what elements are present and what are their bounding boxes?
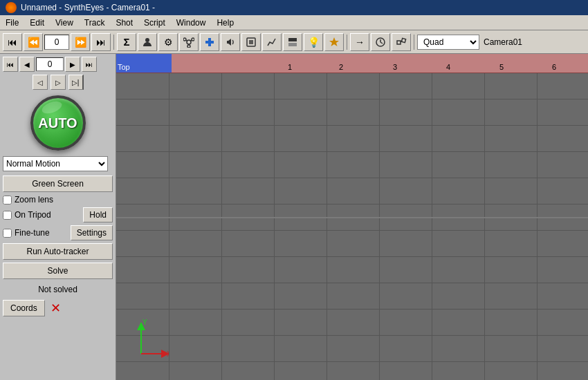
- h-line-11: [116, 361, 588, 362]
- menu-file[interactable]: File: [0, 17, 24, 29]
- go-start-btn[interactable]: ⏮: [3, 57, 18, 72]
- h-line-9: [116, 309, 588, 310]
- auto-btn-container: AUTO: [3, 95, 113, 151]
- play-btn[interactable]: ▷: [50, 75, 66, 90]
- svg-point-3: [192, 38, 194, 41]
- bottom-row: Coords ✕: [3, 300, 113, 316]
- frame-number-input[interactable]: 0: [44, 35, 69, 50]
- timeline-top-label: Top: [118, 63, 130, 71]
- star-btn[interactable]: [324, 33, 344, 51]
- menu-window[interactable]: Window: [171, 17, 212, 29]
- tick-1: 1: [288, 63, 292, 71]
- prev-frame-btn[interactable]: ◀: [19, 57, 35, 72]
- add-btn[interactable]: [200, 33, 219, 51]
- tick-2: 2: [339, 63, 343, 71]
- h-line-7: [116, 256, 588, 257]
- svg-text:X: X: [167, 350, 169, 358]
- arrow-btn[interactable]: →: [350, 33, 369, 51]
- menu-edit[interactable]: Edit: [24, 17, 50, 29]
- delete-icon[interactable]: ✕: [50, 301, 61, 316]
- zoom-lens-checkbox[interactable]: [3, 196, 12, 205]
- menu-help[interactable]: Help: [211, 17, 239, 29]
- frame-nav: ⏮ ◀ ▶ ⏭: [3, 57, 113, 72]
- svg-rect-15: [288, 43, 297, 46]
- menu-view[interactable]: View: [50, 17, 79, 29]
- v-line-7: [484, 73, 485, 380]
- camera-label: Camera01: [481, 37, 525, 47]
- auto-button[interactable]: AUTO: [30, 95, 86, 151]
- svg-line-18: [380, 42, 383, 44]
- menu-bar: File Edit View Track Shot Script Window …: [0, 15, 588, 30]
- nav-prev-btn[interactable]: ⏪: [24, 33, 43, 51]
- zoom-lens-row: Zoom lens: [3, 195, 113, 205]
- title-text: Unnamed - SynthEyes - Camera01 -: [21, 3, 155, 12]
- h-line-10: [116, 335, 588, 336]
- gear-btn[interactable]: ⚙: [158, 33, 178, 51]
- transform-btn[interactable]: [392, 33, 411, 51]
- speaker-btn[interactable]: [221, 33, 240, 51]
- view-mode-select[interactable]: Quad Single Dual H Dual V: [417, 35, 479, 50]
- graph-btn[interactable]: [262, 33, 282, 51]
- on-tripod-label: On Tripod: [15, 210, 51, 220]
- sub-nav: ◁ ▷ ▷|: [3, 75, 113, 90]
- sep1: [113, 35, 114, 50]
- v-line-1: [169, 73, 169, 380]
- network-btn[interactable]: [179, 33, 199, 51]
- fine-tune-checkbox[interactable]: [3, 229, 12, 238]
- tick-6: 6: [552, 63, 556, 71]
- hold-btn[interactable]: Hold: [83, 207, 113, 222]
- title-bar: Unnamed - SynthEyes - Camera01 -: [0, 0, 588, 15]
- h-line-8: [116, 283, 588, 283]
- menu-script[interactable]: Script: [138, 17, 171, 29]
- calc-btn[interactable]: [241, 33, 261, 51]
- run-autotracker-btn[interactable]: Run Auto-tracker: [3, 243, 113, 260]
- fine-tune-label: Fine-tune: [15, 228, 50, 238]
- zoom-lens-label: Zoom lens: [15, 195, 53, 205]
- coords-btn[interactable]: Coords: [3, 300, 45, 316]
- h-line-1: [116, 99, 588, 99]
- step-fwd-btn[interactable]: ▷|: [68, 75, 84, 90]
- go-end-btn[interactable]: ⏭: [82, 57, 97, 72]
- clock-btn[interactable]: [371, 33, 390, 51]
- svg-point-0: [145, 38, 149, 42]
- svg-point-4: [187, 45, 190, 48]
- green-screen-btn[interactable]: Green Screen: [3, 175, 113, 192]
- nav-prev-prev-btn[interactable]: ⏮: [3, 33, 22, 51]
- sigma-btn[interactable]: Σ: [117, 33, 136, 51]
- motion-dropdown-row: Normal Motion Pan/Tilt Nodal Pan Zoom Le…: [3, 156, 113, 171]
- v-line-5: [379, 73, 380, 380]
- timeline-header: Top 1 2 3 4 5 6 7 8: [116, 54, 588, 73]
- svg-text:Y: Y: [143, 319, 147, 326]
- mid-band: [116, 217, 588, 218]
- v-line-2: [221, 73, 222, 380]
- h-line-6: [116, 230, 588, 231]
- v-line-4: [327, 73, 327, 380]
- v-line-3: [274, 73, 275, 380]
- settings-btn[interactable]: Settings: [71, 225, 113, 240]
- bulb-btn[interactable]: 💡: [304, 33, 323, 51]
- h-line-2: [116, 125, 588, 126]
- frame-input[interactable]: [36, 57, 64, 71]
- motion-type-select[interactable]: Normal Motion Pan/Tilt Nodal Pan Zoom Le…: [3, 156, 108, 171]
- h-line-3: [116, 151, 588, 152]
- solve-btn[interactable]: Solve: [3, 263, 113, 279]
- menu-shot[interactable]: Shot: [110, 17, 138, 29]
- person-btn[interactable]: [138, 33, 157, 51]
- svg-rect-9: [205, 41, 214, 44]
- svg-rect-19: [397, 41, 401, 44]
- next-frame-btn[interactable]: ▶: [65, 57, 80, 72]
- h-line-5: [116, 204, 588, 205]
- layers-btn[interactable]: [283, 33, 302, 51]
- left-panel: ⏮ ◀ ▶ ⏭ ◁ ▷ ▷| AUTO Normal Motion Pan/Ti…: [0, 54, 116, 380]
- main-layout: ⏮ ◀ ▶ ⏭ ◁ ▷ ▷| AUTO Normal Motion Pan/Ti…: [0, 54, 588, 380]
- nav-next-next-btn[interactable]: ⏭: [91, 33, 111, 51]
- app-icon: [6, 2, 17, 13]
- on-tripod-checkbox[interactable]: [3, 211, 12, 220]
- svg-rect-20: [401, 38, 405, 42]
- viewport[interactable]: Top 1 2 3 4 5 6 7 8: [116, 54, 588, 380]
- menu-track[interactable]: Track: [79, 17, 111, 29]
- step-back-btn[interactable]: ◁: [33, 75, 48, 90]
- v-line-6: [432, 73, 432, 380]
- tick-3: 3: [393, 63, 397, 71]
- nav-next-btn[interactable]: ⏩: [71, 33, 90, 51]
